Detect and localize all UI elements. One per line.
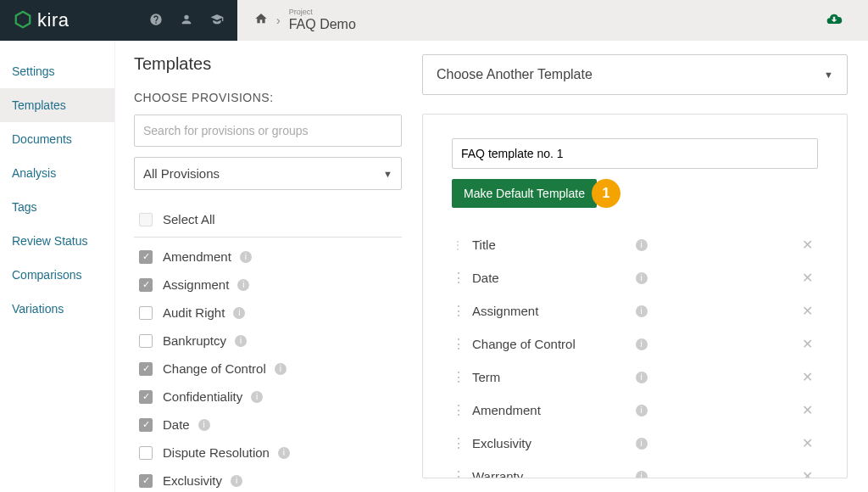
logo-icon — [14, 10, 32, 31]
help-icon[interactable] — [149, 13, 163, 29]
brand-name: kira — [37, 9, 69, 31]
provision-label: Bankruptcy — [163, 333, 226, 348]
choose-provisions-label: CHOOSE PROVISIONS: — [134, 91, 402, 104]
sidebar-item-comparisons[interactable]: Comparisons — [0, 258, 114, 292]
template-item: Assignmenti✕ — [452, 294, 818, 327]
select-all-checkbox[interactable] — [139, 213, 153, 226]
info-icon[interactable]: i — [636, 239, 648, 251]
info-icon[interactable]: i — [636, 338, 648, 350]
provision-label: Date — [163, 417, 190, 432]
choose-another-template-dropdown[interactable]: Choose Another Template ▼ — [422, 54, 848, 95]
remove-item-icon[interactable]: ✕ — [802, 303, 813, 319]
drag-handle-icon[interactable] — [452, 270, 464, 286]
template-item-label: Date — [472, 271, 627, 285]
provision-checkbox[interactable]: ✓ — [139, 362, 153, 376]
sidebar-item-tags[interactable]: Tags — [0, 190, 114, 224]
provision-label: Amendment — [163, 249, 231, 264]
sidebar-item-documents[interactable]: Documents — [0, 122, 114, 156]
breadcrumb-separator: › — [276, 14, 281, 27]
template-item: Datei✕ — [452, 261, 818, 294]
search-input[interactable] — [134, 115, 402, 147]
provision-row: ✓Change of Controli — [134, 355, 402, 383]
user-icon[interactable] — [180, 13, 193, 29]
info-icon[interactable]: i — [233, 307, 245, 319]
sidebar: SettingsTemplatesDocumentsAnalysisTagsRe… — [0, 41, 114, 492]
drag-handle-icon[interactable] — [452, 336, 464, 352]
remove-item-icon[interactable]: ✕ — [802, 369, 813, 385]
info-icon[interactable]: i — [231, 475, 242, 487]
provision-checkbox[interactable] — [139, 334, 153, 348]
provision-row: ✓Datei — [134, 411, 402, 439]
sidebar-item-settings[interactable]: Settings — [0, 54, 114, 88]
sidebar-item-templates[interactable]: Templates — [0, 88, 114, 122]
make-default-template-button[interactable]: Make Default Template — [452, 179, 597, 208]
provision-checkbox[interactable]: ✓ — [139, 250, 153, 264]
sidebar-item-variations[interactable]: Variations — [0, 292, 114, 326]
remove-item-icon[interactable]: ✕ — [802, 336, 813, 352]
remove-item-icon[interactable]: ✕ — [802, 402, 813, 418]
info-icon[interactable]: i — [237, 279, 249, 291]
breadcrumb[interactable]: Project FAQ Demo — [289, 8, 356, 31]
info-icon[interactable]: i — [636, 405, 648, 417]
academy-icon[interactable] — [210, 13, 224, 29]
provision-checkbox[interactable]: ✓ — [139, 474, 153, 488]
remove-item-icon[interactable]: ✕ — [802, 270, 813, 286]
drag-handle-icon[interactable] — [452, 369, 464, 385]
template-item: Warrantyi✕ — [452, 460, 818, 478]
drag-handle-icon[interactable] — [452, 303, 464, 319]
provision-row: Bankruptcyi — [134, 327, 402, 355]
template-item-label: Warranty — [472, 469, 627, 478]
provision-row: Audit Righti — [134, 299, 402, 327]
info-icon[interactable]: i — [636, 438, 648, 450]
provision-label: Confidentiality — [163, 389, 242, 404]
info-icon[interactable]: i — [636, 305, 648, 317]
info-icon[interactable]: i — [636, 372, 648, 383]
template-item-label: Title — [472, 238, 627, 252]
cloud-download-icon[interactable] — [824, 11, 844, 31]
template-item-label: Change of Control — [472, 337, 627, 351]
provision-checkbox[interactable]: ✓ — [139, 278, 153, 292]
provision-checkbox[interactable]: ✓ — [139, 390, 153, 404]
provision-row: ✓Exclusivityi — [134, 467, 402, 492]
remove-item-icon[interactable]: ✕ — [802, 468, 813, 478]
provisions-filter-value: All Provisions — [143, 166, 220, 181]
template-name-input[interactable] — [452, 138, 818, 169]
info-icon[interactable]: i — [275, 363, 287, 375]
drag-handle-icon[interactable] — [452, 435, 464, 451]
provision-label: Dispute Resolution — [163, 445, 270, 460]
remove-item-icon[interactable]: ✕ — [802, 435, 813, 451]
drag-handle-icon[interactable] — [452, 468, 464, 478]
info-icon[interactable]: i — [240, 251, 252, 263]
provision-row: ✓Confidentialityi — [134, 383, 402, 411]
sidebar-item-analysis[interactable]: Analysis — [0, 156, 114, 190]
provisions-filter-dropdown[interactable]: All Provisions ▼ — [134, 157, 402, 190]
page-title: Templates — [134, 54, 402, 74]
drag-handle-icon[interactable] — [452, 238, 464, 252]
provision-checkbox[interactable] — [139, 446, 153, 460]
provision-checkbox[interactable]: ✓ — [139, 418, 153, 432]
select-all-label: Select All — [163, 212, 215, 226]
info-icon[interactable]: i — [251, 391, 263, 403]
info-icon[interactable]: i — [636, 272, 648, 284]
provision-label: Change of Control — [163, 361, 266, 376]
provision-label: Audit Right — [163, 305, 225, 320]
template-item-label: Amendment — [472, 403, 627, 417]
template-item-label: Assignment — [472, 304, 627, 318]
provision-row: ✓Amendmenti — [134, 243, 402, 271]
remove-item-icon[interactable]: ✕ — [802, 237, 813, 253]
svg-marker-0 — [16, 11, 31, 26]
info-icon[interactable]: i — [636, 471, 648, 479]
info-icon[interactable]: i — [235, 335, 247, 347]
provision-checkbox[interactable] — [139, 306, 153, 320]
sidebar-item-review-status[interactable]: Review Status — [0, 224, 114, 258]
drag-handle-icon[interactable] — [452, 402, 464, 418]
provision-label: Exclusivity — [163, 473, 222, 488]
breadcrumb-title: FAQ Demo — [289, 17, 356, 32]
provision-row: Dispute Resolutioni — [134, 439, 402, 467]
home-icon[interactable] — [254, 12, 268, 28]
choose-another-template-label: Choose Another Template — [437, 67, 593, 82]
info-icon[interactable]: i — [198, 419, 210, 431]
template-item-label: Term — [472, 370, 627, 384]
step-badge: 1 — [592, 179, 620, 208]
info-icon[interactable]: i — [278, 447, 290, 459]
